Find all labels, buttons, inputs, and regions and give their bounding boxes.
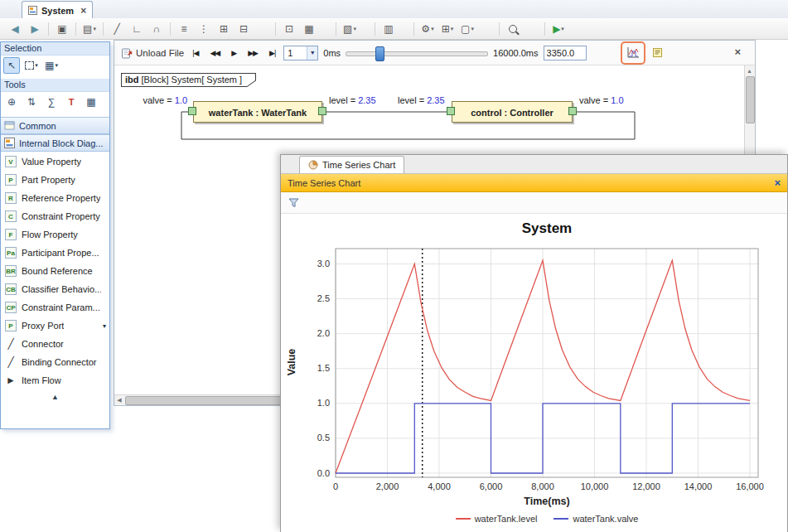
navigate-back-button[interactable]: ◀ xyxy=(5,21,25,37)
select-cursor-tool[interactable]: ↖ xyxy=(3,57,20,74)
window-layout-button[interactable]: ▢▾ xyxy=(457,21,477,37)
chart-window-close-icon[interactable]: × xyxy=(774,177,781,189)
tab-time-series-chart-label: Time Series Chart xyxy=(322,160,395,170)
simulation-options-button[interactable] xyxy=(648,45,668,61)
chart-window-title: Time Series Chart xyxy=(288,178,360,188)
svg-text:12,000: 12,000 xyxy=(632,481,660,491)
palette-item-label: Connector xyxy=(22,339,64,349)
palette-item[interactable]: Pa Participant Prope... xyxy=(1,244,109,262)
chevron-down-icon[interactable]: ▼ xyxy=(307,46,317,60)
svg-text:8,000: 8,000 xyxy=(531,481,554,491)
part-controller[interactable]: control : Controller xyxy=(452,101,573,123)
port-controller-level[interactable] xyxy=(447,107,455,115)
time-slider[interactable] xyxy=(346,46,488,60)
palette-item[interactable]: ╱ Binding Connector xyxy=(1,353,109,371)
settings-button[interactable]: ⚙▾ xyxy=(418,21,438,37)
align-button[interactable]: ≡ xyxy=(174,21,194,37)
run-simulation-button[interactable]: ▶▾ xyxy=(549,21,568,37)
palette-item[interactable]: P Proxy Port ▾ xyxy=(1,317,109,335)
svg-text:0: 0 xyxy=(333,481,338,491)
palette-item[interactable]: CP Constraint Param... xyxy=(1,298,109,317)
port-controller-valve[interactable] xyxy=(568,107,577,115)
port-watertank-valve[interactable] xyxy=(188,107,196,115)
chevron-down-icon[interactable]: ▾ xyxy=(103,322,106,330)
svg-text:2,000: 2,000 xyxy=(376,481,399,491)
common-section-icon xyxy=(4,120,15,131)
horizontal-scrollbar-thumb[interactable] xyxy=(125,396,287,405)
palette-item[interactable]: BR Bound Reference xyxy=(1,262,109,280)
align-vertical-button[interactable]: ⋮ xyxy=(194,21,214,37)
time-slider-handle[interactable] xyxy=(375,46,384,61)
stamp-button[interactable]: ▧▾ xyxy=(340,21,360,37)
palette-item[interactable]: V Value Property xyxy=(1,152,109,171)
common-section-header[interactable]: Common xyxy=(1,117,109,134)
containment-tree-button[interactable]: ▤▾ xyxy=(80,21,99,37)
document-tab-bar: System × xyxy=(0,0,788,19)
palette-item-label: Constraint Property xyxy=(22,211,100,221)
same-size-button[interactable]: ⊟ xyxy=(234,21,254,37)
open-time-series-chart-button[interactable] xyxy=(623,44,643,62)
sigma-icon: ∑ xyxy=(48,96,56,108)
text-tool[interactable]: T xyxy=(63,94,80,110)
palette-item-icon: CP xyxy=(5,302,17,313)
svg-text:3.0: 3.0 xyxy=(317,259,330,268)
current-time-input[interactable] xyxy=(544,46,587,60)
rectilinear-path-button[interactable]: ∟ xyxy=(127,21,147,37)
port-watertank-level[interactable] xyxy=(318,107,326,115)
image-shape-button[interactable]: ▦ xyxy=(299,21,319,37)
palette-item[interactable]: ╱ Connector xyxy=(1,335,109,353)
palette-item[interactable]: C Constraint Property xyxy=(1,207,109,225)
chart-legend: waterTank.levelwaterTank.valve xyxy=(336,514,758,524)
svg-text:16,000: 16,000 xyxy=(736,481,764,491)
marquee-icon xyxy=(25,61,34,70)
tools-tool-row: ⊕ ⇅ ∑ T ▦ xyxy=(1,92,109,112)
step-to-end-button[interactable]: ▶| xyxy=(266,47,278,59)
table-tool[interactable]: ▦ xyxy=(83,94,99,110)
play-button[interactable]: ▶ xyxy=(228,47,239,59)
grid-options-button[interactable]: ⊞▾ xyxy=(438,21,457,37)
vertical-scrollbar-thumb[interactable] xyxy=(746,76,755,123)
scroll-up-icon[interactable]: ▲ xyxy=(745,65,754,75)
tab-close-icon[interactable]: × xyxy=(80,5,86,17)
clipboard-button[interactable]: ⊡ xyxy=(279,21,299,37)
port-name: level = xyxy=(398,95,427,105)
part-watertank[interactable]: waterTank : WaterTank xyxy=(193,101,322,123)
simulation-toolbar-close-icon[interactable]: × xyxy=(734,46,741,58)
marquee-select-tool[interactable]: ▾ xyxy=(23,57,40,74)
fast-forward-button[interactable]: ▶▶ xyxy=(244,47,261,59)
palette-item-label: Bound Reference xyxy=(22,266,93,276)
grid-select-tool[interactable]: ▦▾ xyxy=(43,57,60,74)
port-value-label: level = 2.35 xyxy=(329,95,376,105)
unload-file-button[interactable]: Unload File xyxy=(121,47,184,59)
scroll-left-icon[interactable]: ◀ xyxy=(114,395,124,404)
oblique-path-button[interactable]: ╱ xyxy=(107,21,127,37)
swap-order-tool[interactable]: ⇅ xyxy=(23,94,40,110)
step-to-start-button[interactable]: |◀ xyxy=(189,47,201,59)
add-element-tool[interactable]: ⊕ xyxy=(3,94,20,110)
distribute-button[interactable]: ⊞ xyxy=(214,21,234,37)
tab-system[interactable]: System × xyxy=(22,1,93,19)
ibd-section-header[interactable]: Internal Block Diag... xyxy=(1,134,109,152)
sum-tool[interactable]: ∑ xyxy=(43,94,60,110)
navigate-forward-button[interactable]: ▶ xyxy=(25,21,45,37)
palette-item[interactable]: R Reference Property xyxy=(1,189,109,207)
palette-item[interactable]: ► Item Flow xyxy=(1,371,109,389)
ibd-section-icon xyxy=(4,138,15,148)
palette-item-icon: ╱ xyxy=(5,356,17,368)
tab-time-series-chart[interactable]: Time Series Chart xyxy=(299,156,404,173)
simulation-toolbar: Unload File |◀ ◀◀ ▶ ▶▶ ▶| 1 ▼ 0ms 16000.… xyxy=(114,41,755,65)
copy-diagram-button[interactable]: ▣ xyxy=(52,21,72,37)
palette-item[interactable]: P Part Property xyxy=(1,171,109,189)
palette-item[interactable]: CB Classifier Behavio... xyxy=(1,280,109,298)
chart-x-axis-label: Time(ms) xyxy=(336,496,758,507)
trigger-combobox[interactable]: 1 ▼ xyxy=(283,46,318,60)
time-slider-track[interactable] xyxy=(346,51,488,56)
step-back-button[interactable]: ◀◀ xyxy=(206,47,223,59)
palette-item[interactable]: F Flow Property xyxy=(1,225,109,244)
chart-window-title-bar[interactable]: Time Series Chart × xyxy=(281,174,787,192)
tab-system-label: System xyxy=(41,6,74,16)
search-button[interactable] xyxy=(503,21,523,37)
report-button[interactable]: ▥ xyxy=(379,21,399,37)
palette-collapse-button[interactable]: ▲ xyxy=(1,393,109,404)
rounded-path-button[interactable]: ∩ xyxy=(147,21,167,37)
